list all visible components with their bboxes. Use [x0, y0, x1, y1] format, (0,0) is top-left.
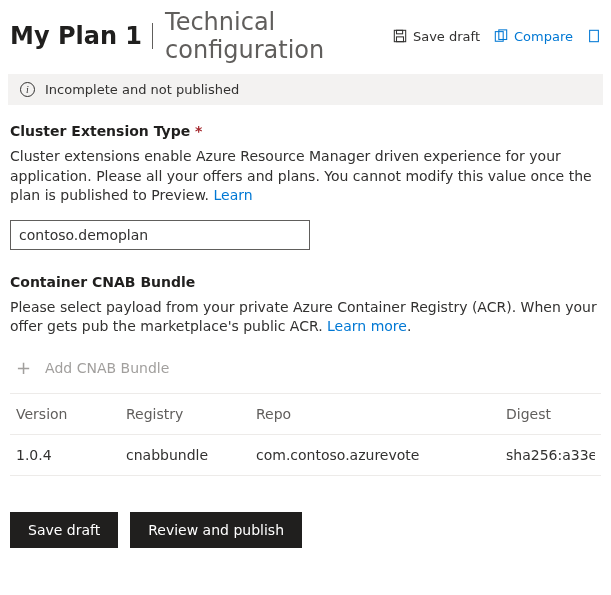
footer-actions: Save draft Review and publish	[0, 476, 611, 568]
col-registry: Registry	[126, 406, 256, 422]
svg-rect-2	[396, 37, 403, 42]
save-draft-button[interactable]: Save draft	[10, 512, 118, 548]
page-icon	[587, 29, 601, 43]
cnab-learn-more-link[interactable]: Learn more	[327, 318, 407, 334]
extension-type-input[interactable]	[10, 220, 310, 250]
cell-repo: com.contoso.azurevote	[256, 447, 506, 463]
svg-rect-5	[590, 30, 599, 41]
header-divider	[152, 23, 153, 49]
content: Cluster Extension Type * Cluster extensi…	[0, 105, 611, 476]
truncated-action[interactable]	[587, 29, 601, 43]
plan-name: My Plan 1	[10, 22, 142, 50]
review-publish-button[interactable]: Review and publish	[130, 512, 302, 548]
status-message: Incomplete and not published	[45, 82, 239, 97]
save-draft-top-button[interactable]: Save draft	[393, 29, 480, 44]
compare-icon	[494, 29, 508, 43]
save-icon	[393, 29, 407, 43]
table-row[interactable]: 1.0.4 cnabbundle com.contoso.azurevote s…	[10, 435, 601, 476]
required-indicator: *	[195, 123, 202, 139]
extension-type-help: Cluster extensions enable Azure Resource…	[10, 147, 601, 206]
save-draft-top-label: Save draft	[413, 29, 480, 44]
page-header: My Plan 1 Technical configuration Save d…	[0, 0, 611, 68]
cell-version: 1.0.4	[16, 447, 126, 463]
add-cnab-bundle-label: Add CNAB Bundle	[45, 360, 169, 376]
extension-type-label: Cluster Extension Type *	[10, 123, 601, 139]
table-header-row: Version Registry Repo Digest	[10, 394, 601, 435]
top-actions: Save draft Compare	[393, 29, 601, 44]
page-title: Technical configuration	[165, 8, 387, 64]
col-repo: Repo	[256, 406, 506, 422]
add-cnab-bundle-button[interactable]: + Add CNAB Bundle	[10, 351, 601, 393]
svg-rect-1	[396, 30, 402, 34]
status-banner: i Incomplete and not published	[8, 74, 603, 105]
extension-learn-more-link[interactable]: Learn	[213, 187, 252, 203]
cell-registry: cnabbundle	[126, 447, 256, 463]
cell-digest: sha256:a33e710	[506, 447, 595, 463]
plus-icon: +	[16, 359, 31, 377]
col-digest: Digest	[506, 406, 595, 422]
compare-label: Compare	[514, 29, 573, 44]
cnab-help: Please select payload from your private …	[10, 298, 601, 337]
cnab-bundle-label: Container CNAB Bundle	[10, 274, 601, 290]
info-icon: i	[20, 82, 35, 97]
col-version: Version	[16, 406, 126, 422]
compare-button[interactable]: Compare	[494, 29, 573, 44]
cnab-table: Version Registry Repo Digest 1.0.4 cnabb…	[10, 393, 601, 476]
